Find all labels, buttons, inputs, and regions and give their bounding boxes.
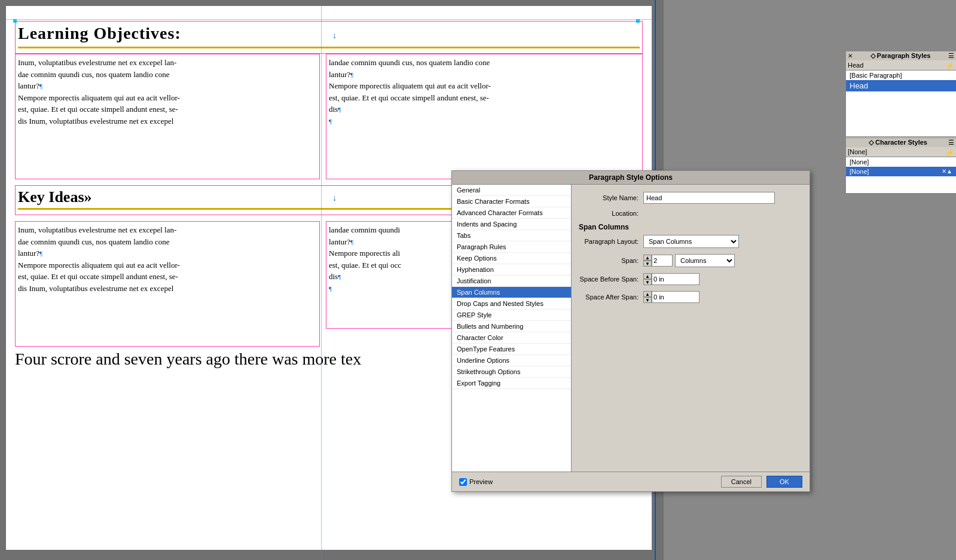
dialog-body: General Basic Character Formats Advanced… xyxy=(452,185,810,472)
preview-checkbox[interactable] xyxy=(459,478,467,486)
space-after-btns: ▲ ▼ xyxy=(643,291,652,303)
close-icon[interactable]: ✕ xyxy=(848,53,853,59)
style-name-label: Style Name: xyxy=(579,194,639,201)
span-row: Span: ▲ ▼ Columns All xyxy=(579,254,802,267)
blue-arrow: ↓ xyxy=(332,30,337,40)
section-header-span-columns: Span Columns xyxy=(579,223,802,231)
para-style-dialog: Paragraph Style Options General Basic Ch… xyxy=(451,170,810,492)
style-item-basic-para[interactable]: [Basic Paragraph] xyxy=(846,71,956,80)
style-name-row: Style Name: xyxy=(579,192,802,204)
dialog-list-bullets[interactable]: Bullets and Numbering xyxy=(452,321,571,332)
dialog-list-justification[interactable]: Justification xyxy=(452,276,571,287)
dialog-list-char-color[interactable]: Character Color xyxy=(452,332,571,344)
char-styles-panel-header: ◇ Character Styles ☰ xyxy=(846,138,956,147)
span-value-input[interactable] xyxy=(652,255,673,267)
space-before-input[interactable] xyxy=(652,273,700,285)
dialog-list-strikethrough[interactable]: Strikethrough Options xyxy=(452,366,571,378)
menu-icon[interactable]: ☰ xyxy=(948,52,954,60)
space-after-input[interactable] xyxy=(652,291,700,303)
char-styles-search-value: [None] xyxy=(848,148,867,155)
space-before-btns: ▲ ▼ xyxy=(643,273,652,285)
dialog-list-export-tagging[interactable]: Export Tagging xyxy=(452,378,571,389)
dialog-list-tabs[interactable]: Tabs xyxy=(452,230,571,241)
right-col-frame-1: landae comnim quundi cus, nos quatem lan… xyxy=(326,54,643,179)
yellow-underline xyxy=(18,47,640,48)
para-layout-select[interactable]: Span Columns Split Columns xyxy=(643,235,739,248)
char-styles-title: ◇ Character Styles xyxy=(869,139,927,146)
para-styles-list: [Basic Paragraph] Head xyxy=(846,71,956,136)
char-lightning-icon[interactable]: ⚡ xyxy=(945,148,954,157)
preview-checkbox-label[interactable]: Preview xyxy=(459,478,493,486)
space-before-up-button[interactable]: ▲ xyxy=(643,273,652,279)
space-before-label: Space Before Span: xyxy=(579,276,639,283)
space-before-row: Space Before Span: ▲ ▼ xyxy=(579,273,802,285)
x-icon[interactable]: ✕▲ xyxy=(942,168,952,175)
dialog-title: Paragraph Style Options xyxy=(589,173,673,182)
dialog-list-grep[interactable]: GREP Style xyxy=(452,310,571,321)
dialog-list-para-rules[interactable]: Paragraph Rules xyxy=(452,241,571,253)
dialog-list-drop-caps[interactable]: Drop Caps and Nested Styles xyxy=(452,298,571,310)
span-spinner-group: ▲ ▼ Columns All xyxy=(643,254,737,267)
char-styles-search-row: [None] ⚡ xyxy=(846,147,956,157)
space-after-down-button[interactable]: ▼ xyxy=(643,297,652,303)
cancel-button[interactable]: Cancel xyxy=(721,476,762,488)
para-styles-title: ◇ Paragraph Styles xyxy=(871,52,931,60)
location-label: Location: xyxy=(579,210,639,217)
dialog-list-underline[interactable]: Underline Options xyxy=(452,355,571,366)
span-label: Span: xyxy=(579,257,639,264)
char-style-item-none-selected[interactable]: [None] ✕▲ xyxy=(846,167,956,176)
body-text-right-2: landae comnim quundi lantur?¶ Nempore mp… xyxy=(326,222,472,296)
heading1-text: Learning Objectives: xyxy=(18,24,181,42)
heading2-text: Key Ideas» xyxy=(18,188,92,206)
space-after-spinner: ▲ ▼ xyxy=(643,291,700,303)
dialog-list-indents[interactable]: Indents and Spacing xyxy=(452,219,571,230)
char-style-item-none[interactable]: [None] xyxy=(846,157,956,167)
style-item-head[interactable]: Head xyxy=(846,80,956,91)
para-styles-search-value: Head xyxy=(848,62,863,69)
dialog-list-keep-options[interactable]: Keep Options xyxy=(452,253,571,264)
span-unit-select[interactable]: Columns All xyxy=(675,254,735,267)
location-row: Location: xyxy=(579,210,802,217)
left-col-frame-1: Inum, voluptatibus evelestrume net ex ex… xyxy=(15,54,320,179)
blue-arrow-2: ↓ xyxy=(332,193,337,203)
space-after-up-button[interactable]: ▲ xyxy=(643,291,652,297)
dialog-list-advanced-char[interactable]: Advanced Character Formats xyxy=(452,207,571,219)
ok-button[interactable]: OK xyxy=(766,476,802,488)
char-menu-icon[interactable]: ☰ xyxy=(948,139,954,146)
four-score-frame: Four scrore and seven years ago there wa… xyxy=(15,350,457,380)
heading-frame: Learning Objectives: ↓ xyxy=(15,21,643,54)
char-styles-list: [None] [None] ✕▲ xyxy=(846,157,956,193)
style-name-input[interactable] xyxy=(643,192,775,204)
guide-horizontal xyxy=(6,19,652,20)
body-text-right-1: landae comnim quundi cus, nos quatem lan… xyxy=(326,54,642,129)
para-styles-panel: ✕ ◇ Paragraph Styles ☰ Head ⚡ [Basic Par… xyxy=(845,51,956,150)
dialog-list-general[interactable]: General xyxy=(452,185,571,196)
space-after-row: Space After Span: ▲ ▼ xyxy=(579,291,802,303)
dialog-category-list: General Basic Character Formats Advanced… xyxy=(452,185,572,472)
dialog-list-hyphenation[interactable]: Hyphenation xyxy=(452,264,571,276)
para-layout-row: Paragraph Layout: Span Columns Split Col… xyxy=(579,235,802,248)
dialog-list-basic-char[interactable]: Basic Character Formats xyxy=(452,196,571,207)
preview-label: Preview xyxy=(469,478,493,485)
span-spinner-buttons: ▲ ▼ xyxy=(643,255,652,267)
dialog-action-buttons: Cancel OK xyxy=(721,476,802,488)
para-styles-panel-header: ✕ ◇ Paragraph Styles ☰ xyxy=(846,51,956,60)
left-col-frame-2: Inum, voluptatibus evelestrume net ex ex… xyxy=(15,221,320,347)
body-text-left-1: Inum, voluptatibus evelestrume net ex ex… xyxy=(16,54,319,129)
body-text-left-2: Inum, voluptatibus evelestrume net ex ex… xyxy=(16,222,319,296)
dialog-list-span-columns[interactable]: Span Columns xyxy=(452,287,571,298)
dialog-footer: Preview Cancel OK xyxy=(452,472,810,491)
space-after-label: Space After Span: xyxy=(579,293,639,301)
space-before-down-button[interactable]: ▼ xyxy=(643,279,652,285)
span-up-button[interactable]: ▲ xyxy=(643,255,652,261)
span-down-button[interactable]: ▼ xyxy=(643,261,652,267)
lightning-icon[interactable]: ⚡ xyxy=(945,62,954,70)
dialog-list-opentype[interactable]: OpenType Features xyxy=(452,344,571,355)
dialog-title-bar: Paragraph Style Options xyxy=(452,171,810,185)
right-col-frame-2: landae comnim quundi lantur?¶ Nempore mp… xyxy=(326,221,472,329)
guide-vertical xyxy=(321,6,322,560)
para-layout-label: Paragraph Layout: xyxy=(579,238,639,245)
char-styles-panel: ◇ Character Styles ☰ [None] ⚡ [None] [No… xyxy=(845,137,956,194)
dialog-content-area: Style Name: Location: Span Columns Parag… xyxy=(572,185,810,472)
para-styles-search-row: Head ⚡ xyxy=(846,60,956,71)
